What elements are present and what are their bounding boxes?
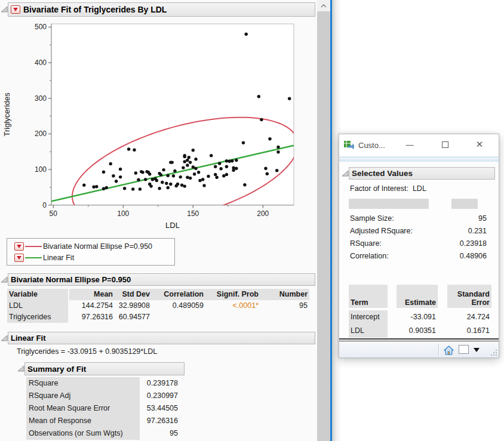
scroll-up-button[interactable] — [317, 0, 330, 11]
data-point[interactable] — [186, 176, 189, 179]
data-point[interactable] — [222, 174, 225, 177]
data-point[interactable] — [192, 165, 195, 168]
data-point[interactable] — [133, 149, 136, 152]
data-point[interactable] — [139, 187, 142, 190]
data-point[interactable] — [210, 154, 213, 157]
data-point[interactable] — [119, 168, 122, 171]
data-point[interactable] — [275, 169, 278, 172]
red-triangle-menu-button[interactable] — [11, 5, 20, 14]
data-point[interactable] — [82, 184, 85, 187]
data-point[interactable] — [232, 169, 235, 172]
data-point[interactable] — [115, 180, 118, 183]
data-point[interactable] — [189, 161, 192, 164]
data-point[interactable] — [167, 174, 170, 177]
scrollbar-thumb[interactable] — [317, 11, 330, 441]
data-point[interactable] — [158, 187, 161, 190]
close-button[interactable]: ✕ — [469, 134, 490, 155]
data-point[interactable] — [179, 175, 182, 178]
minimize-button[interactable]: — — [399, 134, 420, 155]
data-point[interactable] — [148, 172, 151, 175]
data-point[interactable] — [218, 162, 221, 165]
data-point[interactable] — [172, 174, 175, 177]
data-point[interactable] — [102, 171, 105, 174]
selected-values-header[interactable]: Selected Values — [349, 167, 495, 180]
data-point[interactable] — [175, 184, 178, 187]
data-point[interactable] — [183, 184, 186, 187]
data-point[interactable] — [109, 162, 112, 165]
data-point[interactable] — [225, 159, 228, 162]
data-point[interactable] — [183, 155, 186, 158]
data-point[interactable] — [188, 156, 190, 159]
data-point[interactable] — [242, 141, 245, 144]
linear-fit-section-header[interactable]: Linear Fit — [8, 332, 315, 344]
disclosure-triangle[interactable] — [1, 6, 8, 13]
data-point[interactable] — [180, 184, 183, 187]
data-point[interactable] — [193, 172, 196, 175]
data-point[interactable] — [123, 187, 126, 190]
disclosure-triangle[interactable] — [1, 276, 8, 283]
home-button[interactable] — [443, 344, 454, 356]
data-point[interactable] — [245, 33, 248, 36]
data-point[interactable] — [137, 178, 140, 181]
data-point[interactable] — [225, 173, 228, 176]
data-point[interactable] — [169, 183, 172, 186]
data-point[interactable] — [112, 174, 115, 177]
disclosure-triangle[interactable] — [1, 335, 8, 341]
blank-field[interactable] — [451, 199, 478, 209]
data-point[interactable] — [155, 179, 158, 182]
red-triangle-menu-button[interactable] — [14, 242, 24, 251]
data-point[interactable] — [161, 181, 164, 184]
disclosure-triangle[interactable] — [17, 365, 24, 372]
data-point[interactable] — [214, 173, 217, 176]
data-point[interactable] — [95, 185, 98, 188]
data-point[interactable] — [214, 165, 217, 168]
data-point[interactable] — [131, 187, 134, 190]
color-well-button[interactable] — [459, 345, 469, 354]
data-point[interactable] — [194, 167, 197, 170]
data-point[interactable] — [201, 178, 204, 181]
blank-field[interactable] — [349, 199, 429, 209]
data-point[interactable] — [198, 179, 201, 182]
data-point[interactable] — [192, 149, 195, 152]
data-point[interactable] — [288, 97, 291, 100]
data-point[interactable] — [228, 160, 231, 163]
data-point[interactable] — [162, 168, 165, 171]
data-point[interactable] — [159, 173, 162, 176]
summary-of-fit-header[interactable]: Summary of Fit — [24, 362, 185, 375]
data-point[interactable] — [102, 187, 105, 190]
data-point[interactable] — [92, 186, 95, 189]
report-title-bar[interactable]: Bivariate Fit of Triglycerides By LDL — [8, 2, 315, 17]
maximize-button[interactable] — [435, 134, 455, 155]
data-point[interactable] — [219, 167, 222, 170]
data-point[interactable] — [194, 158, 197, 161]
data-point[interactable] — [276, 150, 279, 153]
data-point[interactable] — [276, 146, 279, 149]
data-point[interactable] — [225, 165, 228, 168]
data-point[interactable] — [134, 171, 137, 174]
ellipse-section-header[interactable]: Bivariate Normal Ellipse P=0.950 — [8, 273, 315, 286]
data-point[interactable] — [266, 172, 269, 175]
dropdown-arrow-button[interactable] — [474, 348, 480, 352]
data-point[interactable] — [215, 176, 218, 179]
data-point[interactable] — [165, 182, 168, 185]
data-point[interactable] — [235, 159, 238, 162]
data-point[interactable] — [257, 95, 260, 98]
data-point[interactable] — [167, 186, 170, 189]
data-point[interactable] — [186, 159, 189, 162]
data-point[interactable] — [202, 184, 205, 187]
vertical-scrollbar[interactable] — [317, 0, 330, 441]
data-point[interactable] — [182, 166, 185, 169]
disclosure-triangle[interactable] — [342, 170, 349, 177]
data-point[interactable] — [264, 167, 267, 170]
data-point[interactable] — [189, 177, 192, 180]
data-point[interactable] — [151, 178, 154, 181]
data-point[interactable] — [231, 159, 233, 162]
data-point[interactable] — [186, 164, 189, 166]
data-point[interactable] — [144, 178, 147, 181]
resize-grip[interactable] — [490, 349, 497, 356]
data-point[interactable] — [171, 161, 174, 164]
data-point[interactable] — [183, 160, 186, 163]
data-point[interactable] — [197, 171, 200, 174]
data-point[interactable] — [141, 171, 144, 174]
red-triangle-menu-button[interactable] — [14, 254, 24, 262]
